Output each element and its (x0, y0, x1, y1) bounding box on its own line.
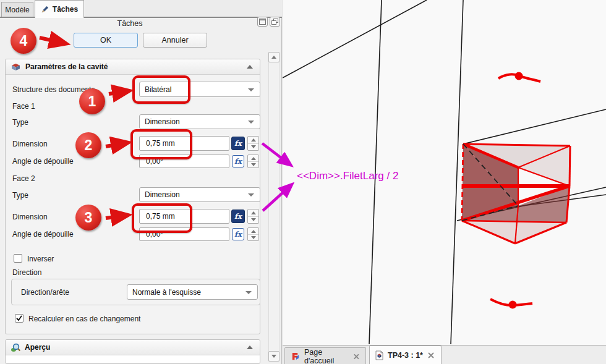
step-badge-2: 2 (75, 132, 101, 158)
cavity-icon (11, 63, 21, 71)
tab-tp4-3-label: TP4-3 : 1* (388, 351, 423, 360)
spinner-down-icon[interactable] (248, 143, 258, 150)
dim2-spinner[interactable] (247, 209, 259, 224)
tasks-panel: Modèle Tâches Tâches OK Annuler Paramètr… (0, 0, 282, 364)
cancel-button[interactable]: Annuler (143, 33, 207, 48)
fx-button-dim2[interactable]: fx (231, 210, 245, 223)
type1-value: Dimension (145, 117, 180, 126)
dim1-label: Dimension (12, 140, 48, 148)
close-icon[interactable] (427, 352, 435, 359)
fx-label: fx (234, 157, 242, 166)
highlight-rect-dim2 (132, 203, 192, 233)
direction-arete-label: Direction/arête (21, 288, 69, 297)
fx-label: fx (234, 139, 242, 148)
direction-arete-dropdown[interactable]: Normale à l'esquisse (127, 284, 258, 300)
close-icon[interactable] (353, 353, 360, 360)
edge-marker-top (498, 72, 540, 82)
spinner-down-icon[interactable] (248, 234, 258, 240)
chevron-down-icon (248, 193, 254, 197)
arrow-up-icon (271, 56, 276, 59)
preview-section: Aperçu (5, 339, 260, 364)
tab-page-accueil[interactable]: Page d'accueil (284, 347, 366, 364)
fx-button-angle2[interactable]: fx (232, 228, 244, 240)
ok-button-label: OK (100, 36, 111, 44)
step-badge-3: 3 (75, 205, 101, 231)
panel-scrollbar[interactable] (268, 52, 280, 362)
ok-button[interactable]: OK (74, 33, 138, 48)
face2-label: Face 2 (12, 174, 35, 183)
step-badge-1: 1 (79, 88, 105, 114)
tab-tp4-3[interactable]: TP4-3 : 1* (369, 345, 442, 364)
panel-title: Tâches (0, 19, 260, 28)
chevron-down-icon (245, 291, 252, 294)
tab-taches[interactable]: Tâches (35, 0, 84, 18)
spinner-down-icon[interactable] (248, 216, 258, 223)
face1-label: Face 1 (12, 102, 35, 111)
inverser-label: Inverser (27, 255, 54, 263)
recalc-checkbox[interactable] (15, 314, 23, 323)
checkmark-icon (15, 315, 23, 322)
angle2-label: Angle de dépouille (12, 230, 74, 239)
magnifier-icon (11, 343, 20, 352)
dim2-label: Dimension (12, 213, 48, 221)
scroll-up-button[interactable] (268, 52, 280, 62)
angle2-spinner[interactable] (247, 227, 259, 241)
preview-section-title: Aperçu (25, 343, 50, 352)
type2-label: Type (12, 191, 28, 200)
fx-button-dim1[interactable]: fx (231, 137, 245, 150)
expression-annotation: <<Dim>>.FiletLarg / 2 (297, 170, 398, 182)
document-cube-icon (375, 350, 383, 360)
cascade-windows-icon[interactable] (270, 17, 280, 27)
highlight-rect-dim1 (130, 129, 192, 159)
angle1-label: Angle de dépouille (12, 157, 74, 166)
dock-window-icon[interactable] (257, 17, 268, 27)
type1-dropdown[interactable]: Dimension (139, 114, 260, 129)
document-tab-bar: Page d'accueil TP4-3 : 1* (283, 345, 606, 364)
arrow-down-icon (271, 355, 276, 358)
cancel-button-label: Annuler (161, 36, 188, 44)
selected-solid (462, 144, 570, 243)
chevron-down-icon (248, 121, 254, 124)
tab-page-accueil-label: Page d'accueil (304, 348, 349, 364)
step-badge-4: 4 (11, 28, 36, 54)
tab-modele[interactable]: Modèle (1, 2, 33, 17)
type2-value: Dimension (145, 190, 180, 199)
fx-label: fx (234, 230, 242, 239)
tab-modele-label: Modèle (5, 6, 29, 14)
cavity-section-title: Paramètres de la cavité (25, 62, 108, 71)
preview-section-header[interactable]: Aperçu (6, 340, 260, 355)
collapse-icon (247, 345, 253, 349)
home-app-icon (291, 352, 300, 361)
type1-label: Type (12, 118, 28, 127)
dim1-spinner[interactable] (247, 136, 259, 151)
panel-tab-bar: Modèle Tâches (0, 0, 282, 18)
direction-arete-value: Normale à l'esquisse (132, 288, 201, 297)
chevron-down-icon (248, 88, 254, 91)
angle1-spinner[interactable] (247, 154, 259, 168)
type2-dropdown[interactable]: Dimension (139, 187, 260, 202)
cavity-section-header[interactable]: Paramètres de la cavité (6, 59, 260, 75)
inverser-checkbox[interactable] (14, 254, 22, 263)
spinner-down-icon[interactable] (248, 161, 258, 167)
pencil-icon (41, 5, 49, 14)
direction-label: Direction (12, 268, 41, 277)
fx-button-angle1[interactable]: fx (232, 155, 244, 167)
scroll-down-button[interactable] (268, 351, 280, 362)
highlight-rect-structure (132, 75, 190, 104)
fx-label: fx (234, 212, 242, 221)
collapse-icon (247, 65, 253, 69)
tab-taches-label: Tâches (53, 5, 78, 14)
recalc-label: Recalculer en cas de changement (28, 315, 140, 323)
edge-marker-bottom (490, 299, 532, 309)
